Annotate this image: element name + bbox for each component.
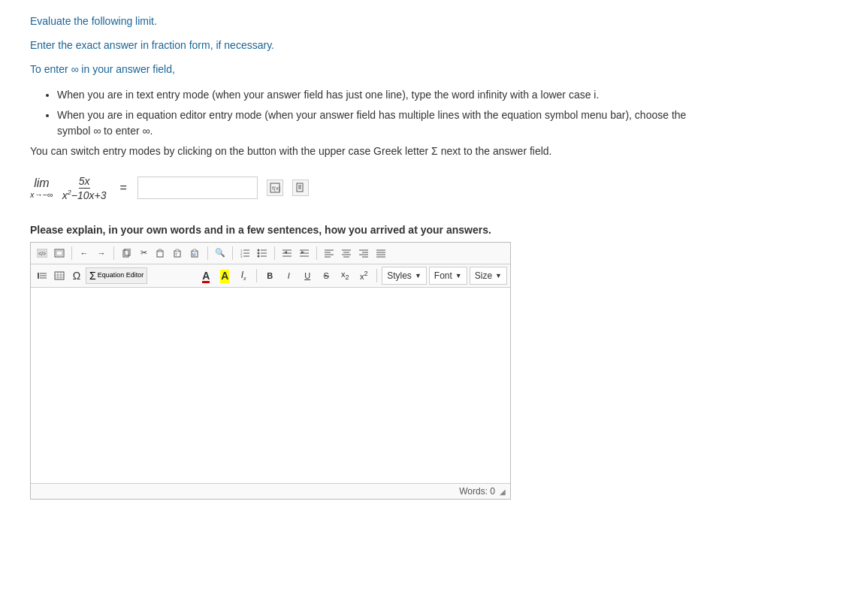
svg-point-30 (258, 252, 260, 254)
separator4 (232, 246, 233, 260)
styles-arrow-icon: ▼ (415, 272, 421, 279)
outdent-btn[interactable] (279, 245, 295, 261)
font-label: Font (434, 270, 452, 281)
svg-text:f(x): f(x) (272, 185, 280, 192)
bold-btn[interactable]: B (261, 267, 278, 284)
svg-text:T: T (175, 252, 177, 257)
answer-input[interactable] (137, 177, 258, 199)
equals-sign: = (119, 181, 126, 195)
switch-line-text: You can switch entry modes by clicking o… (30, 145, 552, 157)
font-color-btn[interactable]: A (198, 267, 214, 284)
paste-text-btn[interactable]: T (170, 245, 186, 261)
svg-text:</>: </> (38, 251, 46, 256)
separator3 (207, 246, 208, 260)
styles-dropdown[interactable]: Styles ▼ (382, 267, 427, 285)
svg-rect-9 (56, 251, 62, 255)
toolbar-group-left2: Ω Σ Equation Editor (34, 267, 147, 284)
toolbar-group-list: 1.2.3. (237, 245, 270, 261)
align-left-btn[interactable] (321, 245, 337, 261)
bullet1: When you are in text entry mode (when yo… (57, 87, 706, 103)
formula-icon-btn[interactable]: f(x) (267, 180, 283, 196)
fraction: 5x x2−10x+3 (62, 175, 107, 201)
styles-label: Styles (387, 270, 412, 281)
instruction1: Evaluate the following limit. (30, 15, 706, 27)
separator6 (316, 246, 317, 260)
svg-rect-10 (123, 250, 128, 257)
strikethrough-btn[interactable]: S (318, 267, 334, 284)
fraction-denominator: x2−10x+3 (62, 189, 107, 201)
instruction3: To enter ∞ in your answer field, (30, 63, 706, 75)
indent-btn[interactable] (296, 245, 313, 261)
cut-btn[interactable]: ✂ (135, 245, 152, 261)
svg-rect-15 (176, 249, 179, 252)
right-toolbar: A A Ix B I U S x2 x2 (198, 267, 507, 285)
align-center-btn[interactable] (338, 245, 355, 261)
separator-right2 (376, 269, 377, 282)
svg-rect-18 (193, 249, 196, 252)
svg-rect-60 (55, 272, 64, 279)
table-btn[interactable] (51, 267, 68, 284)
align-justify-btn[interactable] (373, 245, 389, 261)
size-label: Size (475, 270, 492, 281)
toolbar-group-align (321, 245, 389, 261)
remove-format-btn[interactable]: Ix (235, 267, 252, 284)
doc-icon-btn[interactable] (292, 180, 309, 196)
svg-text:W: W (192, 252, 196, 257)
blockquote-btn[interactable] (34, 267, 50, 284)
equation-editor-label: Equation Editor (98, 272, 144, 279)
fraction-numerator: 5x (79, 175, 90, 189)
size-arrow-icon: ▼ (495, 272, 502, 279)
bullet2-text: When you are in equation editor entry mo… (57, 109, 686, 137)
undo-btn[interactable]: ← (76, 245, 92, 261)
redo-btn[interactable]: → (93, 245, 110, 261)
underline-btn[interactable]: U (299, 267, 316, 284)
explain-label: Please explain, in your own words and in… (30, 224, 706, 236)
toolbar-group-history: ← → (76, 245, 110, 261)
omega-btn[interactable]: Ω (68, 267, 85, 284)
svg-text:3.: 3. (240, 255, 243, 258)
subscript-btn[interactable]: x2 (337, 267, 353, 284)
editor-container: </> ← → ✂ T (30, 242, 511, 500)
font-color-icon: A (202, 270, 210, 282)
superscript-btn[interactable]: x2 (355, 267, 372, 284)
remove-format-icon: Ix (241, 270, 246, 281)
bullet-list: When you are in text entry mode (when yo… (57, 87, 706, 139)
align-right-btn[interactable] (355, 245, 372, 261)
math-block: lim x→−∞ 5x x2−10x+3 = f(x) (30, 175, 706, 201)
unordered-list-btn[interactable] (254, 245, 270, 261)
page-content: Evaluate the following limit. Enter the … (30, 15, 706, 500)
lim-subscript: x→−∞ (30, 190, 53, 199)
superscript-icon: x2 (360, 270, 368, 281)
toolbar-group-indent (279, 245, 313, 261)
ordered-list-btn[interactable]: 1.2.3. (237, 245, 253, 261)
svg-rect-11 (125, 249, 130, 255)
italic-btn[interactable]: I (280, 267, 297, 284)
equation-editor-btn[interactable]: Σ Equation Editor (86, 267, 147, 284)
separator-right1 (256, 269, 257, 282)
paste-btn[interactable] (153, 245, 169, 261)
instruction2: Enter the exact answer in fraction form,… (30, 39, 706, 51)
copy-btn[interactable] (118, 245, 134, 261)
size-dropdown[interactable]: Size ▼ (470, 267, 507, 285)
bg-color-btn[interactable]: A (216, 267, 233, 284)
toolbar-row2: Ω Σ Equation Editor A A Ix (31, 264, 510, 288)
separator1 (71, 246, 72, 260)
toolbar-row1: </> ← → ✂ T (31, 243, 510, 264)
editor-footer: Words: 0 ◢ (31, 483, 510, 499)
doc-icon (296, 183, 305, 193)
separator2 (113, 246, 114, 260)
svg-rect-13 (159, 249, 162, 252)
separator5 (274, 246, 275, 260)
toolbar-group-source: </> (34, 245, 68, 261)
maximize-btn[interactable] (51, 245, 68, 261)
editor-area[interactable] (31, 288, 510, 483)
paste-word-btn[interactable]: W (187, 245, 204, 261)
toolbar-group-clipboard: ✂ T W (118, 245, 204, 261)
find-btn[interactable]: 🔍 (212, 245, 228, 261)
source-btn[interactable]: </> (34, 245, 50, 261)
font-dropdown[interactable]: Font ▼ (429, 267, 467, 285)
sigma-icon: Σ (89, 270, 96, 282)
switch-line: You can switch entry modes by clicking o… (30, 145, 706, 157)
lim-block: lim x→−∞ (30, 177, 53, 199)
bullet2: When you are in equation editor entry mo… (57, 107, 706, 139)
